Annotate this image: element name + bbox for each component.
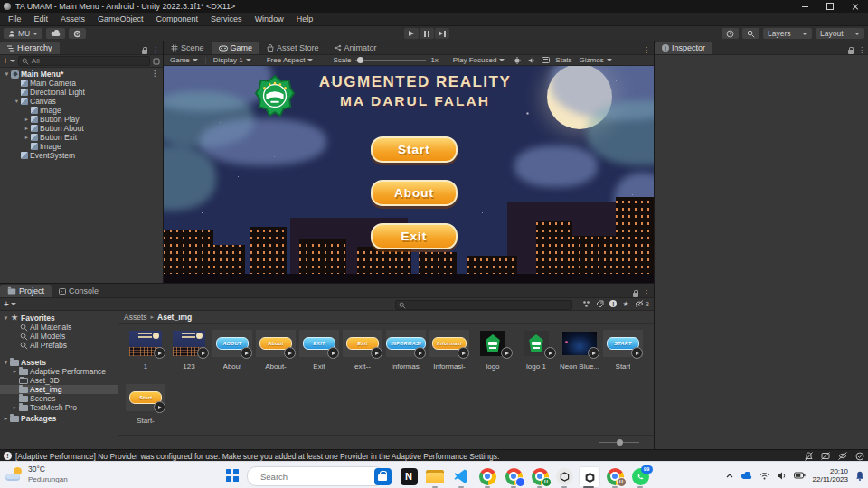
notifications-bell-icon[interactable] (855, 471, 864, 481)
expand-arrow-icon[interactable]: ▾ (2, 314, 10, 323)
expand-arrow-icon[interactable]: ▸ (11, 367, 19, 376)
kebab-menu-icon[interactable]: ⋮ (643, 47, 650, 54)
expand-arrow-icon[interactable]: ▸ (23, 124, 31, 133)
asset-item-about[interactable]: ABOUTAbout (211, 329, 254, 371)
menu-edit[interactable]: Edit (28, 13, 55, 25)
undo-history-button[interactable] (722, 28, 739, 39)
step-button[interactable] (435, 28, 449, 39)
close-button[interactable] (843, 0, 868, 13)
hierarchy-item-button-exit[interactable]: ▸Button Exit (0, 133, 163, 142)
weather-widget[interactable]: 30°C Pedurungan (5, 465, 68, 484)
account-button[interactable]: MU (4, 28, 42, 39)
notifications-muted-icon[interactable] (805, 452, 813, 461)
start-button[interactable] (226, 469, 239, 482)
app-chrome-4[interactable]: U (605, 466, 625, 486)
kebab-menu-icon[interactable]: ⋮ (152, 47, 159, 54)
game-button-start[interactable]: Start (371, 136, 458, 163)
hierarchy-item-button-play[interactable]: ▸Button Play (0, 115, 163, 124)
settings-button[interactable] (69, 28, 86, 39)
hidden-packages-toggle[interactable]: 3 (635, 300, 649, 308)
asset-item-about[interactable]: AboutAbout- (254, 329, 297, 371)
hierarchy-search[interactable]: All (18, 56, 150, 66)
menu-window[interactable]: Window (249, 13, 290, 25)
project-tree-item-assets[interactable]: ▾Assets (0, 358, 118, 367)
tray-expand-icon[interactable] (726, 474, 733, 478)
app-unity-editor[interactable] (579, 466, 600, 488)
app-chrome-1[interactable] (477, 466, 497, 486)
onedrive-icon[interactable] (741, 472, 752, 480)
asset-preview-button[interactable] (241, 347, 252, 359)
asset-preview-button[interactable] (458, 347, 469, 359)
expand-arrow-icon[interactable]: ▸ (23, 133, 31, 142)
menu-help[interactable]: Help (290, 13, 320, 25)
app-whatsapp[interactable]: 99 (630, 466, 650, 486)
hierarchy-item-button-about[interactable]: ▸Button About (0, 124, 163, 133)
services-muted-icon[interactable] (838, 452, 847, 460)
app-unity-hub[interactable] (554, 466, 574, 486)
asset-preview-button[interactable] (284, 347, 296, 359)
save-search-star-icon[interactable]: ★ (622, 300, 628, 308)
create-dropdown[interactable]: + (3, 56, 15, 66)
asset-item-start[interactable]: STARTStart (601, 329, 645, 371)
tab-inspector[interactable]: i Inspector (655, 42, 712, 54)
hierarchy-item-image[interactable]: Image (0, 142, 163, 151)
volume-icon[interactable] (777, 472, 787, 480)
app-vscode[interactable] (451, 466, 471, 486)
menu-services[interactable]: Services (204, 13, 249, 25)
project-tree-item-all-materials[interactable]: All Materials (0, 323, 118, 332)
project-tree-item-favorites[interactable]: ▾★Favorites (0, 314, 118, 323)
tab-console[interactable]: Console (52, 285, 106, 297)
taskbar-search-input[interactable] (260, 472, 380, 482)
menu-file[interactable]: File (2, 13, 28, 25)
asset-preview-button[interactable] (414, 347, 426, 359)
tab-scene[interactable]: Scene (164, 42, 212, 54)
expand-arrow-icon[interactable]: ▾ (3, 70, 11, 79)
asset-preview-button[interactable] (154, 347, 165, 359)
tray-clock[interactable]: 20:10 22/11/2023 (813, 467, 848, 484)
app-notion[interactable]: N (399, 466, 419, 486)
expand-arrow-icon[interactable]: ▸ (2, 414, 10, 423)
expand-arrow-icon[interactable]: ▾ (2, 358, 10, 367)
lock-icon[interactable] (142, 50, 147, 54)
hierarchy-item-directional-light[interactable]: Directional Light (0, 88, 163, 97)
tab-project[interactable]: Project (0, 285, 52, 297)
app-chrome-2[interactable] (504, 466, 524, 486)
asset-preview-button[interactable] (197, 347, 209, 359)
asset-item-neon-blue[interactable]: Neon Blue... (558, 329, 601, 371)
project-search-input[interactable] (409, 302, 569, 309)
asset-item-1[interactable]: 1 (124, 329, 167, 371)
game-target-dropdown[interactable]: Game (167, 56, 201, 64)
pick-filter-icon[interactable] (153, 58, 160, 65)
pause-button[interactable] (420, 28, 434, 39)
hierarchy-item-main-menu[interactable]: ▾Main Menu*⋮ (0, 70, 163, 79)
expand-arrow-icon[interactable]: ▾ (13, 97, 21, 106)
asset-item-exit[interactable]: EXITExit (297, 329, 341, 371)
asset-item-exit[interactable]: Exitexit-- (341, 329, 384, 371)
layers-dropdown[interactable]: Layers (763, 28, 812, 39)
status-ok-icon[interactable] (855, 452, 864, 461)
menu-component[interactable]: Component (150, 13, 205, 25)
thumbnail-size-knob[interactable] (617, 439, 623, 446)
layout-dropdown[interactable]: Layout (816, 28, 864, 39)
scale-slider[interactable] (355, 60, 426, 61)
project-tree-item-aset-3d[interactable]: Aset_3D (0, 376, 118, 385)
maximize-button[interactable] (817, 0, 843, 13)
asset-preview-button[interactable] (631, 347, 643, 359)
tab-game[interactable]: Game (212, 42, 260, 54)
minimize-button[interactable] (792, 0, 817, 13)
asset-item-informasi[interactable]: INFORMASIInformasi (384, 329, 428, 371)
asset-item-informasi[interactable]: InformasiInformasi- (428, 329, 471, 371)
info-icon[interactable]: ! (609, 300, 617, 307)
aspect-dropdown[interactable]: Free Aspect (264, 56, 316, 64)
project-tree-item-all-prefabs[interactable]: All Prefabs (0, 341, 118, 350)
asset-preview-button[interactable] (327, 347, 339, 359)
wifi-icon[interactable] (760, 472, 769, 480)
hierarchy-item-image[interactable]: Image (0, 106, 163, 115)
asset-item-123[interactable]: 123 (167, 329, 211, 371)
project-tree-item-all-models[interactable]: All Models (0, 332, 118, 341)
asset-preview-button[interactable] (501, 347, 513, 359)
app-chrome-3[interactable]: U (530, 466, 550, 486)
project-tree-item-aset-img[interactable]: Aset_img (0, 385, 118, 394)
app-microsoft-store[interactable] (373, 466, 392, 486)
collab-muted-icon[interactable] (821, 452, 830, 460)
